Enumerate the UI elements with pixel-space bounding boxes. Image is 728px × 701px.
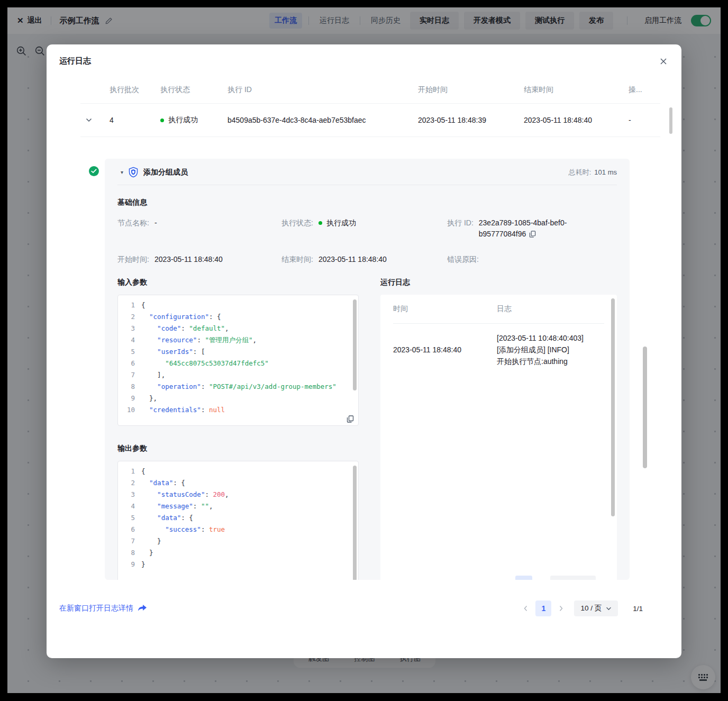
line-number: 2	[122, 477, 135, 489]
share-arrow-icon	[138, 605, 147, 613]
run-log-title: 运行日志	[380, 278, 617, 287]
row-action: -	[629, 116, 660, 124]
code-line: 1{	[122, 466, 350, 477]
detail-scrollbar-thumb[interactable]	[643, 347, 647, 468]
code-scrollbar-thumb[interactable]	[353, 299, 357, 390]
field-label: 执行 ID:	[447, 217, 474, 229]
field-error-reason: 错误原因:	[447, 254, 617, 265]
code-token: ,	[209, 500, 213, 512]
shield-node-icon	[128, 167, 139, 178]
code-token: "configuration"	[149, 311, 209, 323]
row-status: 执行成功	[160, 115, 228, 125]
code-line: 10 "credentials": null	[122, 404, 350, 416]
col-status: 执行状态	[160, 85, 228, 95]
table-row[interactable]: 4 执行成功 b4509a5b-637e-4dc3-8c4a-aeb7e53bf…	[80, 104, 660, 137]
success-dot	[319, 221, 322, 225]
code-line: 5 "data": {	[122, 512, 350, 524]
field-label: 开始时间:	[117, 254, 149, 265]
line-number: 5	[122, 346, 135, 358]
col-exec-id: 执行 ID	[228, 85, 418, 95]
params-right-column: 运行日志 时间 日志 2023-05-11 18:48:40 [2023-05-…	[380, 265, 617, 580]
basic-info-section: 基础信息 节点名称: - 执行状态: 执行成功 执行 ID: 23e2a789-…	[105, 198, 630, 265]
params-area: 输入参数 1{2 "configuration": {3 "code": "de…	[105, 265, 630, 580]
code-token: "data"	[149, 477, 173, 489]
page-number-button[interactable]: 1	[535, 600, 551, 616]
screen: { "header": { "exit": "退出", "workflow_ti…	[0, 0, 728, 701]
table-scrollbar-thumb[interactable]	[669, 107, 672, 134]
log-line: [添加分组成员] [INFO]	[497, 344, 584, 356]
code-token	[141, 381, 157, 393]
code-line: 1{	[122, 299, 350, 311]
code-token: :	[201, 524, 209, 535]
code-token: : {	[173, 477, 185, 489]
code-token: "userIds"	[157, 346, 193, 358]
code-scrollbar-thumb[interactable]	[353, 466, 357, 580]
page-total: 1/1	[633, 605, 643, 613]
field-start-time: 开始时间: 2023-05-11 18:48:40	[117, 254, 281, 265]
code-token	[141, 404, 149, 416]
modal-header: 运行日志	[47, 44, 681, 66]
code-token: : [	[193, 346, 205, 358]
code-token: }	[141, 547, 153, 559]
duration: 总耗时:101 ms	[569, 168, 617, 177]
field-label: 错误原因:	[447, 254, 479, 265]
log-table-header: 时间 日志	[380, 295, 617, 323]
log-time: 2023-05-11 18:48:40	[393, 345, 497, 354]
code-line: 4 "resource": "管理用户分组",	[122, 334, 350, 346]
line-number: 7	[122, 369, 135, 381]
field-label: 执行状态:	[281, 217, 313, 229]
run-log-panel: 时间 日志 2023-05-11 18:48:40 [2023-05-11 10…	[380, 295, 617, 580]
line-number: 1	[122, 466, 135, 477]
duration-label: 总耗时:	[569, 168, 592, 176]
basic-info-title: 基础信息	[117, 198, 617, 207]
code-token: :	[205, 489, 213, 500]
code-line: 2 "data": {	[122, 477, 350, 489]
input-params-code[interactable]: 1{2 "configuration": {3 "code": "default…	[117, 295, 359, 426]
line-number: 7	[122, 535, 135, 547]
col-end-time: 结束时间	[524, 85, 629, 95]
line-number: 4	[122, 334, 135, 346]
log-scrollbar-thumb[interactable]	[611, 298, 615, 516]
page-size-select[interactable]: 10 / 页	[574, 600, 618, 616]
code-token: "管理用户分组"	[205, 334, 252, 346]
field-node-name: 节点名称: -	[117, 217, 281, 241]
row-expand-cell[interactable]	[80, 118, 110, 122]
code-line: 9 },	[122, 393, 350, 404]
code-token	[141, 489, 157, 500]
node-detail-panel: ▾ 添加分组成员 总耗时:101 ms 基础信息 节点名称: - 执行状态: 执	[105, 159, 630, 580]
modal-title: 运行日志	[59, 56, 91, 66]
code-line: 7 ],	[122, 369, 350, 381]
line-number: 8	[122, 381, 135, 393]
line-number: 6	[122, 358, 135, 369]
copy-icon[interactable]	[529, 230, 536, 241]
code-token: ,	[225, 489, 229, 500]
log-line: [2023-05-11 10:48:40:403]	[497, 332, 584, 344]
open-log-in-new-window-link[interactable]: 在新窗口打开日志详情	[59, 604, 147, 613]
log-line: 开始执行节点:authing	[497, 356, 584, 367]
divider	[117, 185, 617, 185]
line-number: 10	[122, 404, 135, 416]
code-token: "code"	[157, 323, 181, 334]
log-pagination-size-clipped[interactable]	[550, 576, 596, 580]
modal-close-icon[interactable]	[659, 57, 668, 66]
next-page-icon[interactable]	[556, 605, 567, 612]
log-pagination-page-clipped[interactable]	[515, 576, 532, 580]
node-success-check-icon	[89, 166, 99, 176]
node-title: 添加分组成员	[143, 168, 188, 177]
line-number: 3	[122, 323, 135, 334]
field-end-time: 结束时间: 2023-05-11 18:48:40	[281, 254, 447, 265]
row-exec-id: b4509a5b-637e-4dc3-8c4a-aeb7e53bfaec	[228, 116, 418, 124]
field-value: 2023-05-11 18:48:40	[154, 254, 223, 265]
code-token: "645cc8075c53037d47fdefc5"	[165, 358, 269, 369]
field-value: 23e2a789-1085-4baf-bef0- b95777084f96	[479, 217, 567, 241]
prev-page-icon[interactable]	[520, 605, 531, 612]
col-batch: 执行批次	[110, 85, 160, 95]
code-token: "default"	[189, 323, 225, 334]
output-params-code[interactable]: 1{2 "data": {3 "statusCode": 200,4 "mess…	[117, 461, 359, 580]
code-token: }	[141, 535, 161, 547]
collapse-caret-icon[interactable]: ▾	[121, 169, 123, 175]
copy-icon[interactable]	[347, 415, 354, 423]
code-token: :	[197, 334, 205, 346]
code-line: 2 "configuration": {	[122, 311, 350, 323]
code-token: "data"	[157, 512, 181, 524]
